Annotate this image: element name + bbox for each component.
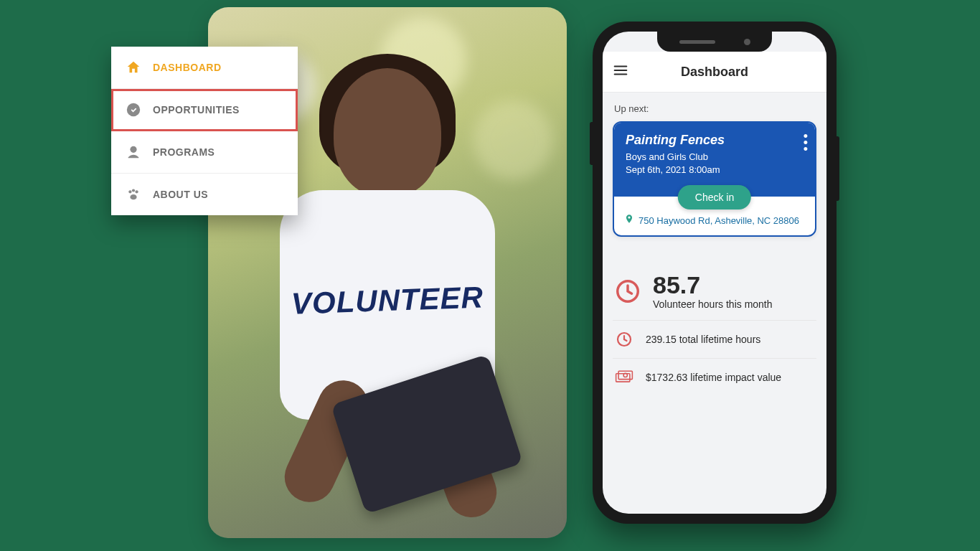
event-datetime: Sept 6th, 2021 8:00am	[626, 164, 804, 176]
app-bar: Dashboard	[603, 52, 826, 92]
svg-point-5	[130, 194, 136, 199]
check-in-button[interactable]: Check in	[678, 185, 751, 209]
svg-point-1	[130, 146, 136, 153]
up-next-label: Up next:	[614, 103, 815, 114]
map-pin-icon	[624, 214, 634, 227]
stat-lifetime-value: $1732.63 lifetime impact value	[613, 359, 816, 396]
home-icon	[126, 60, 141, 75]
app-title: Dashboard	[613, 65, 816, 80]
event-title: Painting Fences	[626, 133, 804, 148]
stat-lifetime-hours: 239.15 total lifetime hours	[613, 321, 816, 359]
clock-icon	[614, 278, 641, 305]
globe-hand-icon	[126, 144, 141, 160]
svg-point-0	[127, 103, 140, 116]
stats-section: 85.7 Volunteer hours this month 239.15 t…	[613, 267, 816, 396]
sidebar-item-label: ABOUT US	[153, 189, 208, 200]
paw-icon	[126, 187, 141, 202]
sidebar-menu: DASHBOARD OPPORTUNITIES PROGRAMS ABOUT U…	[111, 47, 298, 215]
stat-lifetime-value-text: $1732.63 lifetime impact value	[646, 372, 781, 383]
svg-point-2	[128, 190, 131, 193]
sidebar-item-dashboard[interactable]: DASHBOARD	[111, 47, 298, 89]
phone-notch	[657, 32, 772, 52]
svg-point-3	[132, 189, 135, 192]
app-content: Up next: Painting Fences Boys and Girls …	[603, 92, 826, 405]
sidebar-item-label: DASHBOARD	[153, 62, 222, 73]
clock-icon	[614, 329, 634, 349]
sidebar-item-about-us[interactable]: ABOUT US	[111, 174, 298, 215]
check-circle-icon	[126, 102, 141, 118]
stat-month-hours-label: Volunteer hours this month	[653, 298, 773, 310]
event-card-header: Painting Fences Boys and Girls Club Sept…	[614, 123, 815, 197]
stat-month-hours: 85.7 Volunteer hours this month	[613, 267, 816, 321]
svg-point-4	[135, 190, 138, 193]
svg-point-10	[623, 374, 627, 377]
phone-screen: Dashboard Up next: Painting Fences Boys …	[603, 32, 826, 514]
sidebar-item-programs[interactable]: PROGRAMS	[111, 131, 298, 174]
sidebar-item-label: PROGRAMS	[153, 146, 215, 158]
event-card[interactable]: Painting Fences Boys and Girls Club Sept…	[613, 121, 816, 237]
shirt-text: VOLUNTEER	[291, 280, 484, 321]
sidebar-item-opportunities[interactable]: OPPORTUNITIES	[111, 89, 298, 131]
stat-month-hours-value: 85.7	[653, 273, 773, 297]
sidebar-item-label: OPPORTUNITIES	[153, 104, 240, 116]
stat-lifetime-hours-text: 239.15 total lifetime hours	[646, 334, 760, 345]
event-address: 750 Haywood Rd, Asheville, NC 28806	[639, 215, 799, 226]
phone-frame: Dashboard Up next: Painting Fences Boys …	[593, 22, 837, 524]
more-vert-icon[interactable]: •••	[804, 131, 808, 154]
cash-icon	[614, 367, 634, 387]
event-org: Boys and Girls Club	[626, 151, 804, 164]
